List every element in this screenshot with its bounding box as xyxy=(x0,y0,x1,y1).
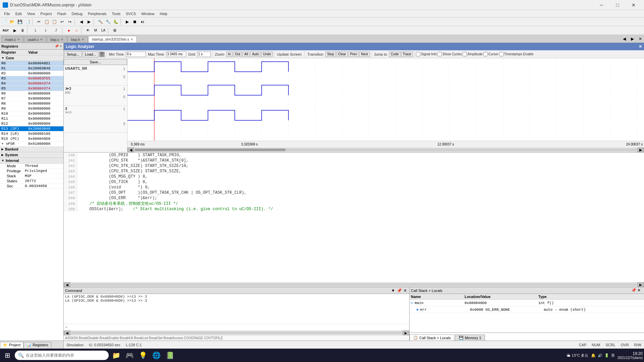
code-scroll-right[interactable]: ▶ xyxy=(637,282,644,287)
taskbar-app-visualstudio[interactable]: 💡 xyxy=(137,349,149,361)
project-tab[interactable]: 📁 Project xyxy=(0,342,23,348)
tab-usart-c-close[interactable]: ✕ xyxy=(40,38,43,41)
cmd-hscroll[interactable]: ◀ ▶ xyxy=(64,330,409,335)
cs-close-btn[interactable]: ✕ xyxy=(637,288,643,293)
reg-group-banked[interactable]: ▶ Banked xyxy=(0,146,63,152)
tab-main-c[interactable]: main.c ✕ xyxy=(1,36,23,43)
undo-btn[interactable]: ↩ xyxy=(58,18,66,25)
la-amplitude-input[interactable] xyxy=(463,52,467,56)
start-button[interactable]: ⊞ xyxy=(1,349,13,361)
cs-tab-memory[interactable]: 💾 Memory 1 xyxy=(455,335,485,341)
tab-bsp-h-close[interactable]: ✕ xyxy=(82,38,84,41)
la-help-btn[interactable]: ? xyxy=(99,52,105,57)
la-close-btn[interactable]: ✕ xyxy=(639,44,642,49)
la-zoom-out-btn[interactable]: Out xyxy=(233,52,242,57)
step-in-btn[interactable]: ⤵ xyxy=(30,27,40,34)
cs-tab-callstack[interactable]: 📋 Call Stack + Locals xyxy=(410,335,454,341)
redo-btn[interactable]: ↪ xyxy=(66,18,73,25)
tab-close-active[interactable]: ✕ xyxy=(637,35,644,43)
registers-tab[interactable]: 📊 Registers xyxy=(23,342,51,348)
tab-main-c-close[interactable]: ✕ xyxy=(17,38,20,41)
menu-window[interactable]: Window xyxy=(139,11,157,16)
code-hscroll[interactable]: ◀ ▶ xyxy=(64,282,644,287)
tab-usart-c[interactable]: usart.c ✕ xyxy=(24,36,46,43)
tab-scroll-right[interactable]: ▶ xyxy=(629,35,636,43)
cmd-scroll-track[interactable] xyxy=(71,331,402,334)
cmd-scroll-right[interactable]: ▶ xyxy=(402,330,409,335)
rebuild-btn[interactable]: 🔧 xyxy=(104,18,112,25)
la-trace-btn[interactable]: Trace xyxy=(401,52,413,57)
forward-btn[interactable]: ▶ xyxy=(85,18,93,25)
mem-btn[interactable]: M xyxy=(92,27,99,34)
la-scroll-track[interactable] xyxy=(135,148,637,151)
breakpoint-btn[interactable]: ● xyxy=(65,27,72,34)
la-cursor-input[interactable] xyxy=(483,52,488,56)
la-setup-btn[interactable]: Setup... xyxy=(64,51,82,57)
la-signal-info-check[interactable]: Signal Info xyxy=(416,52,437,56)
tab-bsp-c[interactable]: bsp.c ✕ xyxy=(47,36,67,43)
la-signal-info-input[interactable] xyxy=(416,52,420,56)
la-hscroll[interactable]: ◀ ▶ xyxy=(127,147,644,152)
command-input[interactable] xyxy=(64,325,409,329)
paste-btn[interactable]: 📋 xyxy=(51,18,58,25)
menu-project[interactable]: Project xyxy=(38,11,54,16)
menu-peripherals[interactable]: Peripherals xyxy=(85,11,109,16)
back-btn[interactable]: ◀ xyxy=(77,18,85,25)
tab-scroll-left[interactable]: ◀ xyxy=(621,35,628,43)
step-over-btn[interactable]: ⤸ xyxy=(41,27,51,34)
la-show-cycles-check[interactable]: Show Cycles xyxy=(437,52,462,56)
la-zoom-auto-btn[interactable]: Auto xyxy=(250,52,261,57)
la-amplitude-check[interactable]: Amplitude xyxy=(463,52,482,56)
la-code-btn[interactable]: Code xyxy=(389,52,400,57)
command-close-btn[interactable]: ✕ xyxy=(402,288,408,293)
la-zoom-in-btn[interactable]: In xyxy=(226,52,232,57)
la-scroll-right-btn[interactable]: ▶ xyxy=(637,147,644,152)
taskbar-search[interactable]: 🔍 在这里输入你要搜索的内容 xyxy=(15,351,109,360)
watch-btn[interactable]: 👁 xyxy=(84,27,92,34)
cmd-scroll-left[interactable]: ◀ xyxy=(64,330,70,335)
stop-btn[interactable]: ⏹ xyxy=(131,18,139,25)
taskbar-app-xbox[interactable]: 🎮 xyxy=(123,349,136,361)
cs-pin-btn[interactable]: 📌 xyxy=(631,288,637,293)
code-editor[interactable]: 140 (OS_PRIO ) START_TASK_PRIO, 141 (CPU… xyxy=(64,153,644,282)
la-clear-btn[interactable]: Clear xyxy=(336,52,348,57)
taskbar-app-green[interactable]: 📗 xyxy=(164,349,176,361)
menu-debug[interactable]: Debug xyxy=(69,11,85,16)
reg-group-system[interactable]: ▶ System xyxy=(0,152,63,158)
reg-group-core[interactable]: ▼ Core xyxy=(0,55,63,61)
menu-edit[interactable]: Edit xyxy=(13,11,24,16)
code-scroll-left[interactable]: ◀ xyxy=(64,282,70,287)
menu-flash[interactable]: Flash xyxy=(55,11,69,16)
la-btn[interactable]: LA xyxy=(100,27,107,34)
menu-file[interactable]: File xyxy=(1,11,13,16)
menu-svcs[interactable]: SVCS xyxy=(123,11,139,16)
taskbar-app-explorer[interactable]: 📁 xyxy=(110,349,122,361)
la-save-btn[interactable]: Save... xyxy=(64,59,127,65)
minimize-button[interactable]: ─ xyxy=(594,0,609,10)
la-timestamps-input[interactable] xyxy=(499,52,503,56)
la-load-btn[interactable]: Load... xyxy=(83,51,99,57)
new-file-btn[interactable]: 📄 xyxy=(1,18,8,25)
la-prev-btn[interactable]: Prev xyxy=(348,52,359,57)
la-min-time-input[interactable] xyxy=(126,52,146,57)
halt-btn[interactable]: ⏸ xyxy=(19,27,26,34)
command-scroll-down-btn[interactable]: ▼ xyxy=(390,288,396,293)
step-btn[interactable]: ⏯ xyxy=(139,18,146,25)
la-grid-input[interactable] xyxy=(197,52,211,57)
tab-bsp-h[interactable]: bsp.h ✕ xyxy=(67,36,88,43)
tab-bsp-c-close[interactable]: ✕ xyxy=(61,38,63,41)
open-btn[interactable]: 📂 xyxy=(8,18,16,25)
registers-close-btn[interactable]: ✕ xyxy=(59,44,62,48)
step-out-btn[interactable]: ⤴ xyxy=(51,27,61,34)
taskbar-app-edge[interactable]: 🌐 xyxy=(150,349,162,361)
taskbar-sound-icon[interactable]: 🔊 xyxy=(598,353,602,358)
la-cursor-check[interactable]: Cursor xyxy=(483,52,498,56)
code-scroll-track[interactable] xyxy=(71,283,637,286)
la-scroll-thumb[interactable] xyxy=(135,148,285,151)
la-stop-btn[interactable]: Stop xyxy=(325,52,336,57)
la-next-btn[interactable]: Next xyxy=(359,52,370,57)
la-zoom-all-btn[interactable]: All xyxy=(243,52,250,57)
close-button[interactable]: ✕ xyxy=(626,0,641,10)
taskbar-time[interactable]: 19:20 2021/12/7(olans) xyxy=(618,351,643,360)
run-btn[interactable]: ▶ xyxy=(123,18,131,25)
